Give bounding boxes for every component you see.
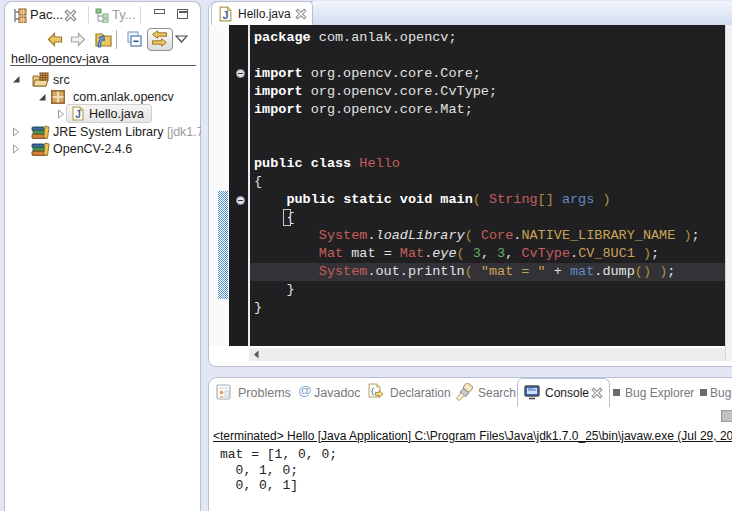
svg-text:J: J bbox=[223, 9, 229, 21]
svg-text:J: J bbox=[75, 109, 81, 120]
